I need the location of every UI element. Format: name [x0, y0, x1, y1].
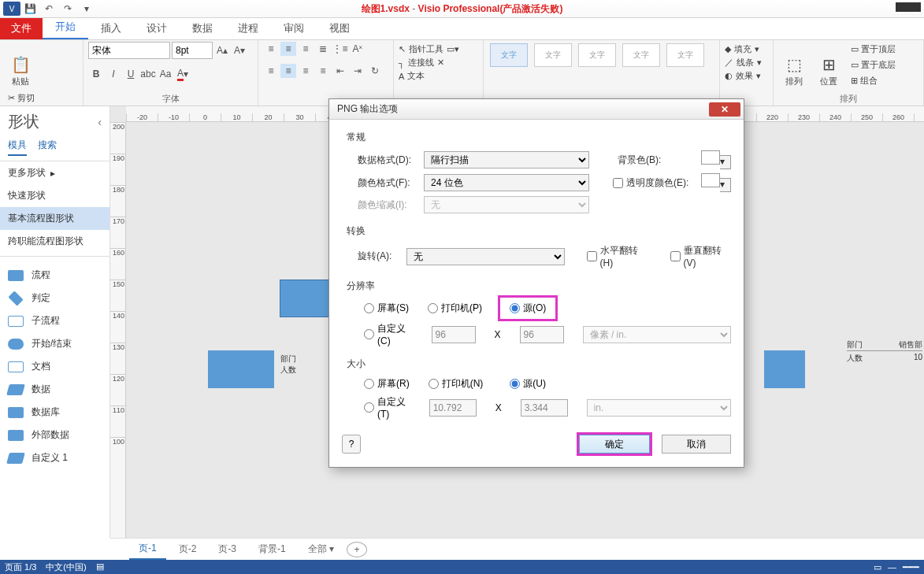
transparency-checkbox-label[interactable]: 透明度颜色(E):: [613, 176, 688, 190]
bring-front-button[interactable]: ▭ 置于顶层: [848, 42, 899, 56]
data-format-select[interactable]: 隔行扫描: [424, 151, 589, 168]
panel-collapse-icon[interactable]: ‹: [98, 116, 102, 128]
res-printer-radio[interactable]: [428, 303, 438, 313]
tab-insert[interactable]: 插入: [88, 17, 134, 39]
flip-v-label[interactable]: 垂直翻转(V): [670, 244, 731, 268]
zoom-out-icon[interactable]: —: [888, 562, 896, 572]
style-1[interactable]: 文字: [490, 43, 528, 67]
search-tab[interactable]: 搜索: [38, 139, 57, 156]
style-3[interactable]: 文字: [578, 43, 616, 67]
bg-color-swatch[interactable]: [701, 150, 720, 165]
sz-printer-radio[interactable]: [429, 379, 439, 389]
shape-custom1[interactable]: 自定义 1: [0, 446, 109, 469]
cross-func-stencil[interactable]: 跨职能流程图形状: [0, 230, 109, 253]
shape-subprocess[interactable]: 子流程: [0, 309, 109, 332]
font-size-select[interactable]: [172, 42, 213, 59]
transparency-checkbox[interactable]: [613, 178, 623, 188]
cancel-button[interactable]: 取消: [662, 435, 731, 454]
fill-button[interactable]: ◆ 填充▾: [725, 43, 768, 55]
page-tab-3[interactable]: 页-3: [209, 539, 246, 559]
rotate-select[interactable]: 无: [406, 248, 565, 265]
close-icon[interactable]: ✕: [709, 102, 740, 117]
pointer-tool[interactable]: ↖ 指针工具 ▭▾: [399, 43, 478, 55]
sz-printer-option[interactable]: 打印机(N): [429, 377, 484, 391]
sz-y-input[interactable]: [521, 399, 568, 417]
style-4[interactable]: 文字: [622, 43, 660, 67]
shape-document[interactable]: 文档: [0, 355, 109, 378]
res-screen-option[interactable]: 屏幕(S): [364, 302, 409, 315]
align-top-icon[interactable]: ≡: [263, 42, 279, 56]
qat-undo[interactable]: ↶: [39, 1, 58, 17]
clear-format-icon[interactable]: Aˣ: [350, 42, 366, 56]
align-middle-icon[interactable]: ≡: [280, 42, 296, 56]
align-right-icon[interactable]: ≡: [298, 64, 314, 78]
qat-save[interactable]: 💾: [20, 1, 39, 17]
page-tab-bg1[interactable]: 背景-1: [249, 539, 295, 559]
dialog-titlebar[interactable]: PNG 输出选项 ✕: [329, 99, 744, 120]
indent-right-icon[interactable]: ⇥: [350, 64, 366, 78]
bg-color-dropdown[interactable]: ▾: [720, 155, 731, 169]
sz-source-option[interactable]: 源(U): [510, 377, 546, 391]
flip-v-checkbox[interactable]: [670, 251, 681, 261]
line-button[interactable]: ／ 线条▾: [725, 57, 768, 69]
transparency-swatch[interactable]: [701, 173, 720, 187]
flip-h-checkbox[interactable]: [587, 251, 597, 261]
canvas-shape-2[interactable]: [208, 350, 274, 388]
sz-screen-option[interactable]: 屏幕(R): [364, 377, 410, 391]
canvas-shape-3[interactable]: [764, 350, 805, 388]
tab-view[interactable]: 视图: [317, 17, 362, 39]
sz-custom-option[interactable]: 自定义(T): [364, 395, 410, 420]
shape-database[interactable]: 数据库: [0, 401, 109, 424]
shape-start-end[interactable]: 开始/结束: [0, 332, 109, 355]
basic-flowchart-stencil[interactable]: 基本流程图形状: [0, 207, 109, 230]
sz-x-input[interactable]: [429, 399, 477, 417]
increase-font-icon[interactable]: A▴: [214, 43, 230, 57]
tab-process[interactable]: 进程: [225, 17, 271, 39]
help-button[interactable]: ?: [342, 435, 361, 454]
sz-source-radio[interactable]: [510, 379, 520, 389]
res-custom-radio[interactable]: [364, 329, 374, 339]
color-format-select[interactable]: 24 位色: [424, 174, 589, 191]
connector-tool[interactable]: ┐ 连接线 ✕: [399, 57, 478, 69]
ok-button[interactable]: 确定: [577, 432, 652, 456]
zoom-slider[interactable]: ━━━: [903, 562, 919, 572]
cut-button[interactable]: ✂ 剪切: [5, 91, 48, 105]
align-center-icon[interactable]: ≡: [280, 64, 296, 78]
font-name-select[interactable]: [88, 42, 170, 59]
qat-redo[interactable]: ↷: [58, 1, 77, 17]
page-tab-add[interactable]: +: [347, 542, 367, 557]
shape-external-data[interactable]: 外部数据: [0, 424, 109, 446]
res-x-input[interactable]: [432, 326, 476, 343]
font-color-icon[interactable]: A▾: [175, 67, 191, 81]
style-2[interactable]: 文字: [534, 43, 572, 67]
transparency-dropdown[interactable]: ▾: [720, 178, 731, 192]
position-button[interactable]: ⊞位置: [813, 42, 844, 87]
tab-data[interactable]: 数据: [180, 17, 225, 39]
bullets-icon[interactable]: ≣: [315, 42, 331, 56]
paste-button[interactable]: 📋粘贴: [5, 42, 36, 87]
shape-decision[interactable]: 判定: [0, 287, 109, 309]
strike-icon[interactable]: abc: [140, 67, 156, 81]
page-tab-all[interactable]: 全部 ▾: [299, 539, 343, 559]
view-mode-icon[interactable]: ▭: [874, 562, 881, 572]
style-5[interactable]: 文字: [666, 43, 704, 67]
text-effect-icon[interactable]: Aa: [158, 67, 173, 81]
res-source-radio[interactable]: [510, 303, 520, 313]
res-y-input[interactable]: [520, 326, 564, 343]
send-back-button[interactable]: ▭ 置于底层: [848, 57, 899, 72]
bold-icon[interactable]: B: [88, 67, 104, 81]
align-left-icon[interactable]: ≡: [263, 64, 279, 78]
justify-icon[interactable]: ≡: [315, 64, 331, 78]
tab-home[interactable]: 开始: [43, 16, 88, 39]
tab-design[interactable]: 设计: [134, 17, 180, 39]
status-macro-icon[interactable]: ▤: [96, 561, 104, 573]
arrange-button[interactable]: ⬚排列: [778, 42, 810, 87]
res-source-option[interactable]: 源(O): [498, 295, 558, 321]
sz-custom-radio[interactable]: [364, 402, 374, 413]
italic-icon[interactable]: I: [106, 67, 121, 81]
effects-button[interactable]: ◐ 效果▾: [725, 70, 768, 82]
more-shapes[interactable]: 更多形状 ▸: [0, 161, 109, 184]
indent-left-icon[interactable]: ⇤: [332, 64, 348, 78]
text-tool[interactable]: A 文本: [399, 70, 478, 82]
quick-shapes[interactable]: 快速形状: [0, 184, 109, 207]
